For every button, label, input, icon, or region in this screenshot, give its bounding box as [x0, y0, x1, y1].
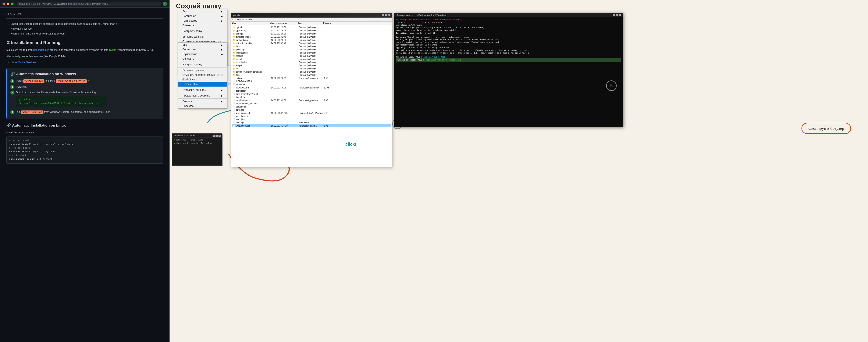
- file-row[interactable]: environment-wsl2.yaml: [232, 93, 391, 96]
- cm2-create[interactable]: Создать: [178, 99, 227, 104]
- term-line-1: https://github.com/AUTOMATIC1111/stable-…: [396, 19, 621, 22]
- file-row[interactable]: .github 13.02.2022 9:09 Папка с файлами: [232, 26, 391, 29]
- circle-e-label: Е: [606, 80, 617, 91]
- file-row[interactable]: tmp Папка с файлами: [232, 73, 391, 77]
- term-line-9: Creating model from config: D:\SD Portab…: [396, 41, 621, 44]
- mini-terminal-controls[interactable]: ─ □ ✕: [213, 135, 221, 137]
- cm2-sep3: [178, 87, 227, 87]
- url-bar[interactable]: github.com › GitHub - AUTOMATIC1111/stab…: [17, 2, 161, 6]
- term-line-13: model loaded in 25.9s (load weights from…: [396, 52, 621, 55]
- mini-term-minimize[interactable]: ─: [213, 135, 215, 137]
- fe-minimize[interactable]: ─: [382, 14, 384, 16]
- close-btn[interactable]: [3, 3, 5, 5]
- file-row[interactable]: localizations Папка с файлами: [232, 51, 391, 55]
- right-panel: Создай папку A Вид Сортировка Группировк…: [169, 0, 868, 342]
- linux-cmd-6: sudo pacman -S wget git python3: [9, 158, 160, 161]
- file-row[interactable]: repositories Папка с файлами: [232, 61, 391, 64]
- terminal-controls[interactable]: ─ □ ✕: [613, 14, 621, 16]
- term-close[interactable]: ✕: [619, 14, 621, 16]
- cm2-group[interactable]: Группировка: [178, 52, 227, 57]
- col-name: Имя: [232, 22, 270, 24]
- cm1-sort[interactable]: Сортировка: [178, 14, 227, 19]
- online-services-link[interactable]: List of Online Services: [10, 61, 163, 65]
- linux-cmd-5: # Arch-based:: [9, 154, 160, 158]
- cm2-view[interactable]: Вид: [178, 42, 227, 47]
- linux-intro: Install the dependencies:: [6, 130, 163, 134]
- file-explorer-window[interactable]: github ─ □ ✕ C:\Users\SD folder Имя Дата…: [231, 13, 392, 167]
- file-row[interactable]: webui.py Shell Script: [232, 121, 391, 124]
- step-2-num: 2: [10, 85, 14, 89]
- cm2-sort[interactable]: Сортировка: [178, 47, 227, 52]
- github-panel: github.com › GitHub - AUTOMATIC1111/stab…: [0, 0, 169, 342]
- file-row[interactable]: webui-user.sh: [232, 115, 391, 118]
- file-explorer-titlebar: github ─ □ ✕: [231, 13, 392, 18]
- file-row[interactable]: detected_maps 21.02.2023 20:57 Папка с ф…: [232, 35, 391, 38]
- cm2-properties[interactable]: Свойства: [178, 104, 227, 108]
- file-row[interactable]: _pycache_ 13.02.2022 8:09 Папка с файлам…: [232, 29, 391, 32]
- cm2-customize[interactable]: Настроить папку...: [178, 62, 227, 67]
- file-row-webui-user-selected[interactable]: webui-user.bat 18.02.2023 16:20 Текстовы…: [232, 124, 391, 127]
- copy-browser-oval: Скопируй в браузер: [802, 123, 851, 134]
- term-minimize[interactable]: ─: [613, 14, 615, 16]
- mini-term-subtitle: # github/SD - /c/SD Folder: [174, 139, 221, 141]
- file-row[interactable]: webui-user.bat 15.02.2023 17:36 Пакетный…: [232, 111, 391, 115]
- maximize-btn[interactable]: [11, 3, 13, 5]
- linux-code-block: # Debian-based: sudo apt install wget gi…: [6, 137, 163, 164]
- term-line-3: venv\Scripts\Python.exe: [396, 24, 621, 27]
- browser-bar: github.com › GitHub - AUTOMATIC1111/stab…: [0, 0, 169, 8]
- file-row[interactable]: extensions-builtin 14.02.2023 9:40 Папка…: [232, 42, 391, 45]
- cm2-refresh[interactable]: Обновить: [178, 57, 227, 61]
- mini-terminal-window[interactable]: MINGW64:/c/SD folder ─ □ ✕ # github/SD -…: [172, 133, 222, 167]
- file-row[interactable]: screenshot: [232, 105, 391, 108]
- step-4: 4 Run webui-user.bat from Windows Explor…: [10, 110, 160, 114]
- file-row[interactable]: LICENSE: [232, 83, 391, 86]
- file-row[interactable]: config.json: [232, 89, 391, 93]
- context-menu-2[interactable]: Вид Сортировка Группировка Обновить Наст…: [178, 42, 227, 109]
- cm1-refresh[interactable]: Обновить: [178, 23, 227, 28]
- fe-maximize[interactable]: □: [384, 14, 387, 16]
- mini-term-close[interactable]: ✕: [218, 135, 221, 137]
- file-row[interactable]: scripts Папка с файлами: [232, 64, 391, 67]
- cm2-send[interactable]: Отправить объект...: [178, 88, 227, 92]
- term-maximize[interactable]: □: [616, 14, 618, 16]
- cm1-group[interactable]: Группировка: [178, 19, 227, 23]
- file-row[interactable]: configs 13.02.2022 8:09 Папка с файлами: [232, 32, 391, 35]
- file-explorer-toolbar: C:\Users\SD folder: [231, 18, 392, 22]
- file-row[interactable]: .gitignore 13.02.2022 8:09 Текстовый док…: [232, 77, 391, 80]
- step-2-text: Install git.: [16, 85, 27, 89]
- file-row[interactable]: requirements_versions: [232, 102, 391, 105]
- file-row[interactable]: requirements.txt 14.02.2023 9:09 Текстов…: [232, 99, 391, 102]
- file-row[interactable]: webui.bat: [232, 118, 391, 121]
- mini-term-maximize[interactable]: □: [216, 135, 218, 137]
- step-3: 3 Download the stable-diffusion-webui re…: [10, 91, 160, 108]
- terminal-window[interactable]: Администратор: C:\Windows\system32\cmd.e…: [394, 13, 623, 127]
- linux-cmd-3: # Red Hat-based:: [9, 146, 160, 150]
- install-para-1: Make sure the required dependencies are …: [6, 48, 163, 52]
- file-row[interactable]: CODEOWNERS: [232, 80, 391, 83]
- cm2-sep1: [178, 62, 227, 62]
- file-row[interactable]: models Папка с файлами: [232, 55, 391, 58]
- cm1-view[interactable]: Вид: [178, 9, 227, 14]
- cm1-paste[interactable]: Вставить фрагмент: [178, 34, 227, 39]
- file-row[interactable]: textual_inversion_templates Папка с файл…: [232, 70, 391, 73]
- file-row[interactable]: javascript Папка с файлами: [232, 48, 391, 51]
- cm2-paste[interactable]: Вставить фрагмент: [178, 68, 227, 73]
- file-row[interactable]: style.css: [232, 108, 391, 111]
- cm2-undo[interactable]: Отменить переименование Ctrl+Z: [178, 73, 227, 77]
- git-clone-command[interactable]: git clonehttps://github.com/AUTOMATIC111…: [16, 96, 105, 107]
- cm1-customize[interactable]: Настроить папку...: [178, 29, 227, 33]
- file-row[interactable]: test Папка с файлами: [232, 67, 391, 70]
- cm2-gitgui[interactable]: Git GUI Here: [178, 77, 227, 82]
- file-row[interactable]: embeddings 13.02.2022 8:09 Папка с файла…: [232, 38, 391, 42]
- fe-close[interactable]: ✕: [388, 14, 390, 16]
- cm2-gitbash[interactable]: Git Bash Here: [178, 82, 227, 87]
- file-row[interactable]: README.md 14.02.2023 9:09 Текстовый файл…: [232, 86, 391, 89]
- file-row[interactable]: modules Папка с файлами: [232, 58, 391, 61]
- file-explorer-controls[interactable]: ─ □ ✕: [382, 14, 390, 16]
- file-row[interactable]: html Папка с файлами: [232, 45, 391, 48]
- minimize-btn[interactable]: [7, 3, 9, 5]
- cm2-access[interactable]: Предоставить доступ к: [178, 93, 227, 98]
- feature-item-2: Now with a license!: [10, 27, 163, 31]
- col-type: Тип: [298, 22, 323, 24]
- file-row[interactable]: launch.py: [232, 96, 391, 99]
